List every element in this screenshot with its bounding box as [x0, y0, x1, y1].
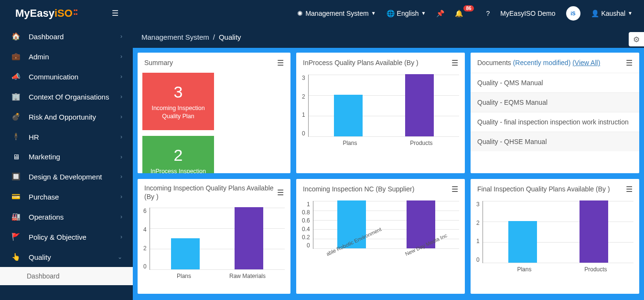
docs-viewall-link[interactable]: (View All): [572, 59, 600, 67]
caret-down-icon: ▼: [421, 11, 426, 16]
card-title: Summary: [144, 58, 277, 67]
caret-down-icon: ▼: [371, 11, 376, 16]
logo-suffix: iSO: [54, 7, 73, 19]
notifications-badge: 86: [463, 5, 473, 11]
sidebar-item-label: Admin: [29, 53, 49, 61]
sidebar-item-label: Operations: [29, 213, 64, 221]
monitor-icon: 🖥: [11, 153, 21, 161]
chart: 3210PlansProducts: [471, 199, 639, 277]
card-grid: Summary ☰ 3 Incoming Inspection Quality …: [138, 53, 639, 294]
card-icon: 💳: [11, 192, 21, 201]
tile-value: 2: [174, 146, 183, 165]
list-item[interactable]: Quality - QHSE Manual: [471, 132, 639, 151]
chevron-right-icon: ›: [120, 233, 122, 240]
list-item[interactable]: Quality - final inspection inspection wo…: [471, 112, 639, 132]
list-item[interactable]: Quality - QMS Manual: [471, 73, 639, 92]
sidebar-item-label: Quality: [29, 253, 51, 261]
tile-value: 3: [174, 83, 183, 101]
bullhorn-icon: 📣: [11, 72, 21, 81]
chart: 6420PlansRaw Materials: [138, 206, 290, 283]
caret-down-icon: ▼: [628, 11, 633, 16]
card-title: Incoming Inspection NC (By Supplier): [303, 185, 451, 193]
tile-incoming[interactable]: 3 Incoming Inspection Quality Plan: [142, 73, 214, 130]
logo-dots-icon: ▪▪▪▪: [74, 8, 78, 16]
card-menu-button[interactable]: ☰: [277, 58, 284, 67]
chevron-right-icon: ›: [120, 193, 122, 200]
sidebar-item-admin[interactable]: 💼Admin›: [0, 46, 133, 67]
sidebar-item-design[interactable]: 🔲Design & Development›: [0, 167, 133, 187]
sidebar: 🏠Dashboard› 💼Admin› 📣Communication› 🏢Con…: [0, 26, 133, 300]
language-menu[interactable]: 🌐 English ▼: [386, 10, 426, 17]
sidebar-item-label: Marketing: [29, 153, 60, 161]
logo[interactable]: MyEasyiSO▪▪▪▪: [6, 7, 83, 20]
summary-card: Summary ☰ 3 Incoming Inspection Quality …: [138, 53, 290, 173]
card-menu-button[interactable]: ☰: [277, 188, 284, 197]
chevron-right-icon: ›: [120, 93, 122, 100]
chevron-right-icon: ›: [120, 113, 122, 120]
card-title: InProcess Quality Plans Available (By ): [303, 58, 451, 67]
chevron-right-icon: ›: [120, 173, 122, 180]
sidebar-item-label: Context Of Organisations: [29, 93, 109, 101]
card-menu-button[interactable]: ☰: [626, 185, 633, 194]
documents-card: Documents (Recently modified) (View All)…: [471, 53, 639, 173]
sidebar-item-label: Risk And Opportunity: [29, 113, 96, 121]
incoming-plans-chart-card: Incoming Inspection Quality Plans Availa…: [138, 179, 290, 294]
list-item[interactable]: Quality - EQMS Manual: [471, 92, 639, 112]
chevron-right-icon: ›: [120, 133, 122, 140]
demo-label[interactable]: MyEasyISO Demo: [500, 10, 555, 17]
sidebar-item-communication[interactable]: 📣Communication›: [0, 67, 133, 87]
chevron-right-icon: ›: [120, 73, 122, 80]
sidebar-item-label: HR: [29, 133, 39, 141]
flag-icon: 🚩: [11, 233, 21, 241]
breadcrumb: Management System / Quality: [133, 26, 644, 48]
card-menu-button[interactable]: ☰: [451, 185, 458, 194]
top-bar: MyEasyiSO▪▪▪▪ ☰ ✺ Management System ▼ 🌐 …: [0, 0, 644, 26]
pin-button[interactable]: 📌: [436, 10, 444, 17]
notifications-button[interactable]: 🔔 86: [455, 10, 475, 17]
person-icon: 🕴: [11, 133, 21, 141]
card-title: Documents (Recently modified) (View All): [477, 58, 626, 67]
language-label: English: [397, 10, 419, 17]
sidebar-item-hr[interactable]: 🕴HR›: [0, 127, 133, 147]
management-system-menu[interactable]: ✺ Management System ▼: [297, 10, 376, 17]
sidebar-sub-dashboard[interactable]: Dashboard: [0, 267, 133, 285]
top-nav: ✺ Management System ▼ 🌐 English ▼ 📌 🔔 86…: [118, 6, 638, 21]
home-icon: 🏠: [11, 32, 21, 41]
sidebar-item-risk[interactable]: 💣Risk And Opportunity›: [0, 107, 133, 127]
inprocess-chart-card: InProcess Quality Plans Available (By ) …: [296, 53, 465, 173]
chart: 10.80.60.40.20able Robotic EnvironmentNe…: [296, 199, 465, 261]
sidebar-toggle-icon[interactable]: ☰: [112, 9, 118, 18]
layout: 🏠Dashboard› 💼Admin› 📣Communication› 🏢Con…: [0, 26, 644, 300]
breadcrumb-current: Quality: [219, 33, 241, 41]
factory-icon: 🏭: [11, 212, 21, 221]
card-menu-button[interactable]: ☰: [451, 58, 458, 67]
page-settings-button[interactable]: ⚙: [629, 32, 644, 46]
sidebar-item-label: Communication: [29, 73, 78, 81]
chevron-right-icon: ›: [120, 33, 122, 40]
sidebar-item-quality[interactable]: 👆Quality⌄: [0, 247, 133, 267]
docs-title-paren: (Recently modified): [513, 59, 573, 67]
card-title: Incoming Inspection Quality Plans Availa…: [144, 184, 277, 201]
card-menu-button[interactable]: ☰: [626, 58, 633, 67]
user-name: Kaushal: [601, 10, 626, 17]
sidebar-item-purchase[interactable]: 💳Purchase›: [0, 187, 133, 207]
sidebar-item-policy[interactable]: 🚩Policy & Objective›: [0, 227, 133, 247]
breadcrumb-root[interactable]: Management System: [141, 33, 209, 41]
tile-inprocess[interactable]: 2 InProcess Inspection Quality Plan: [142, 136, 214, 173]
sidebar-item-dashboard[interactable]: 🏠Dashboard›: [0, 26, 133, 46]
sidebar-item-label: Purchase: [29, 193, 59, 201]
management-system-label: Management System: [305, 10, 368, 17]
risk-icon: 💣: [11, 112, 21, 121]
chevron-right-icon: ›: [120, 213, 122, 220]
sidebar-item-marketing[interactable]: 🖥Marketing›: [0, 147, 133, 167]
user-menu[interactable]: 👤 Kaushal ▼: [591, 10, 633, 17]
avatar[interactable]: iS: [566, 6, 580, 21]
help-button[interactable]: ?: [486, 10, 490, 17]
sidebar-item-context[interactable]: 🏢Context Of Organisations›: [0, 87, 133, 107]
sidebar-item-operations[interactable]: 🏭Operations›: [0, 207, 133, 227]
sidebar-item-label: Policy & Objective: [29, 233, 86, 241]
breadcrumb-sep: /: [213, 33, 215, 41]
tile-label: InProcess Inspection Quality Plan: [145, 167, 211, 173]
briefcase-icon: 💼: [11, 52, 21, 61]
documents-list: Quality - QMS Manual Quality - EQMS Manu…: [471, 73, 639, 151]
